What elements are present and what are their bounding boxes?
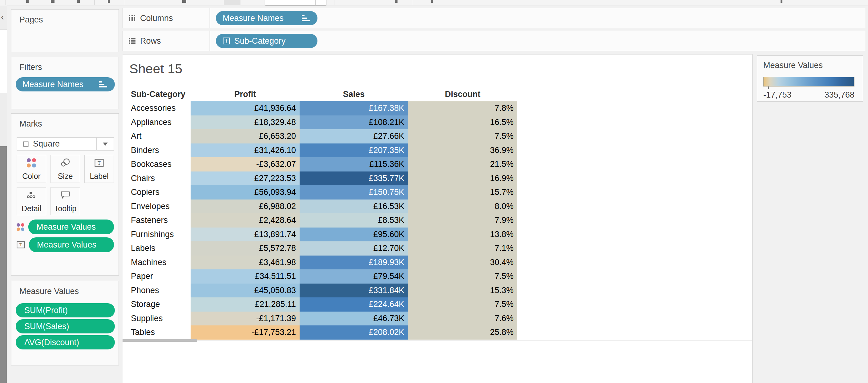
rows-pill-sub-category[interactable]: Sub-Category <box>216 34 317 48</box>
profit-cell[interactable]: £34,511.51 <box>191 269 300 284</box>
profit-cell[interactable]: -£3,632.07 <box>191 157 300 171</box>
sales-cell[interactable]: £8.53K <box>300 213 408 227</box>
toolbar-icon[interactable] <box>780 0 782 3</box>
mark-type-dropdown[interactable]: Square <box>17 137 114 151</box>
columns-pill-measure-names[interactable]: Measure Names <box>216 11 317 25</box>
scrollbar-thumb[interactable] <box>123 339 197 342</box>
row-label-accessories[interactable]: Accessories <box>130 101 191 116</box>
profit-cell[interactable]: £6,653.20 <box>191 129 300 143</box>
column-header-discount[interactable]: Discount <box>408 88 517 101</box>
row-label-furnishings[interactable]: Furnishings <box>130 227 191 242</box>
pill-avg-discount[interactable]: AVG(Discount) <box>16 335 115 349</box>
sales-cell[interactable]: £150.75K <box>300 185 408 199</box>
sales-cell[interactable]: £115.36K <box>300 157 408 171</box>
discount-cell[interactable]: 7.5% <box>408 269 517 284</box>
row-label-storage[interactable]: Storage <box>130 297 191 312</box>
row-label-chairs[interactable]: Chairs <box>130 171 191 186</box>
row-label-binders[interactable]: Binders <box>130 143 191 158</box>
sales-cell[interactable]: £79.54K <box>300 269 408 284</box>
profit-cell[interactable]: £21,285.11 <box>191 297 300 312</box>
column-header-profit[interactable]: Profit <box>191 88 300 101</box>
pages-shelf[interactable]: Pages <box>11 9 119 52</box>
toolbar-icon[interactable] <box>77 0 80 3</box>
profit-cell[interactable]: £41,936.64 <box>191 101 300 116</box>
profit-cell[interactable]: £6,988.02 <box>191 199 300 214</box>
toolbar-icon[interactable] <box>26 0 29 3</box>
discount-cell[interactable]: 7.9% <box>408 213 517 227</box>
profit-cell[interactable]: £27,223.53 <box>191 171 300 186</box>
columns-shelf[interactable]: Measure Names <box>210 8 865 28</box>
row-label-supplies[interactable]: Supplies <box>130 312 191 326</box>
profit-cell[interactable]: £56,093.94 <box>191 185 300 199</box>
column-header-sales[interactable]: Sales <box>300 88 408 101</box>
toolbar-pressed-button[interactable] <box>224 0 241 5</box>
toolbar-icon[interactable] <box>51 0 55 3</box>
row-label-appliances[interactable]: Appliances <box>130 116 191 130</box>
sales-cell[interactable]: £46.73K <box>300 312 408 326</box>
discount-cell[interactable]: 8.0% <box>408 199 517 214</box>
row-label-bookcases[interactable]: Bookcases <box>130 157 191 171</box>
profit-cell[interactable]: £3,461.98 <box>191 256 300 270</box>
color-button[interactable]: Color <box>17 155 46 183</box>
sales-cell[interactable]: £224.64K <box>300 297 408 312</box>
row-label-phones[interactable]: Phones <box>130 284 191 298</box>
profit-cell[interactable]: £45,050.83 <box>191 284 300 298</box>
discount-cell[interactable]: 21.5% <box>408 157 517 171</box>
toolbar-icon[interactable] <box>108 0 110 3</box>
profit-cell[interactable]: £13,891.74 <box>191 227 300 242</box>
row-label-machines[interactable]: Machines <box>130 256 191 270</box>
discount-cell[interactable]: 16.9% <box>408 171 517 186</box>
profit-cell[interactable]: £5,572.78 <box>191 242 300 256</box>
sales-cell[interactable]: £95.60K <box>300 227 408 242</box>
sales-cell[interactable]: £167.38K <box>300 101 408 116</box>
label-button[interactable]: T Label <box>84 155 114 183</box>
pill-sum-profit[interactable]: SUM(Profit) <box>16 303 115 317</box>
detail-button[interactable]: Detail <box>17 187 46 215</box>
sales-cell[interactable]: £331.84K <box>300 284 408 298</box>
encoding-pill-measure-values-color[interactable]: Measure Values <box>28 220 114 234</box>
discount-cell[interactable]: 30.4% <box>408 256 517 270</box>
sales-cell[interactable]: £207.35K <box>300 143 408 158</box>
toolbar-icon[interactable] <box>431 0 433 3</box>
toolbar-combobox[interactable] <box>265 0 327 5</box>
mark-type-caret[interactable] <box>96 138 114 150</box>
row-label-tables[interactable]: Tables <box>130 325 191 340</box>
sales-cell[interactable]: £27.66K <box>300 129 408 143</box>
row-label-copiers[interactable]: Copiers <box>130 185 191 199</box>
row-label-paper[interactable]: Paper <box>130 269 191 284</box>
discount-cell[interactable]: 7.5% <box>408 297 517 312</box>
profit-cell[interactable]: -£17,753.21 <box>191 325 300 340</box>
discount-cell[interactable]: 15.7% <box>408 185 517 199</box>
discount-cell[interactable]: 13.8% <box>408 227 517 242</box>
filter-pill-measure-names[interactable]: Measure Names <box>16 77 115 91</box>
discount-cell[interactable]: 7.5% <box>408 129 517 143</box>
sales-cell[interactable]: £208.02K <box>300 325 408 340</box>
profit-cell[interactable]: £31,426.10 <box>191 143 300 158</box>
sales-cell[interactable]: £16.53K <box>300 199 408 214</box>
filters-shelf[interactable]: Filters Measure Names <box>11 57 119 109</box>
toolbar-icon[interactable] <box>182 0 186 3</box>
profit-cell[interactable]: £2,428.64 <box>191 213 300 227</box>
discount-cell[interactable]: 36.9% <box>408 143 517 158</box>
sales-cell[interactable]: £108.21K <box>300 116 408 130</box>
tooltip-button[interactable]: Tooltip <box>51 187 80 215</box>
column-header-sub-category[interactable]: Sub-Category <box>130 88 191 101</box>
discount-cell[interactable]: 7.1% <box>408 242 517 256</box>
profit-cell[interactable]: -£1,171.39 <box>191 312 300 326</box>
encoding-pill-measure-values-label[interactable]: Measure Values <box>29 237 114 252</box>
sales-cell[interactable]: £12.70K <box>300 242 408 256</box>
discount-cell[interactable]: 7.6% <box>408 312 517 326</box>
row-label-fasteners[interactable]: Fasteners <box>130 213 191 227</box>
size-button[interactable]: Size <box>51 155 80 183</box>
row-label-labels[interactable]: Labels <box>130 242 191 256</box>
row-label-envelopes[interactable]: Envelopes <box>130 199 191 214</box>
discount-cell[interactable]: 7.8% <box>408 101 517 116</box>
discount-cell[interactable]: 25.8% <box>408 325 517 340</box>
collapse-pane-icon[interactable]: ‹ <box>1 12 4 22</box>
rows-shelf[interactable]: Sub-Category <box>210 31 865 51</box>
legend-gradient[interactable] <box>763 77 855 87</box>
sales-cell[interactable]: £189.93K <box>300 256 408 270</box>
toolbar-icon[interactable] <box>395 0 398 3</box>
sales-cell[interactable]: £335.77K <box>300 171 408 186</box>
discount-cell[interactable]: 15.3% <box>408 284 517 298</box>
